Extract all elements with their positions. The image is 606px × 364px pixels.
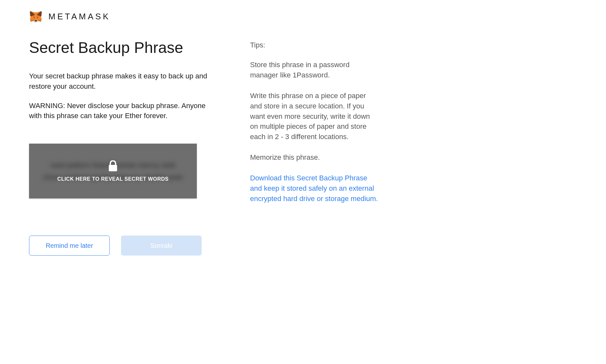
main-column: Secret Backup Phrase Your secret backup … xyxy=(29,39,215,256)
button-row: Remind me later Sonraki xyxy=(29,236,215,256)
reveal-seed-phrase-box[interactable]: seat pattern lizard human mercy web clov… xyxy=(29,144,197,198)
tips-column: Tips: Store this phrase in a password ma… xyxy=(250,39,379,256)
tip-item: Memorize this phrase. xyxy=(250,152,379,163)
reveal-label: CLICK HERE TO REVEAL SECRET WORDS xyxy=(57,176,169,182)
warning-text: WARNING: Never disclose your backup phra… xyxy=(29,101,215,121)
tips-heading: Tips: xyxy=(250,41,379,49)
svg-rect-29 xyxy=(109,165,117,171)
svg-marker-23 xyxy=(35,20,37,22)
app-header: METAMASK xyxy=(29,10,577,23)
metamask-logo-icon xyxy=(29,10,43,23)
lock-icon xyxy=(108,160,117,172)
reveal-overlay: CLICK HERE TO REVEAL SECRET WORDS xyxy=(57,160,169,182)
description-text: Your secret backup phrase makes it easy … xyxy=(29,71,215,92)
tip-item: Store this phrase in a password manager … xyxy=(250,60,379,80)
download-seed-link[interactable]: Download this Secret Backup Phrase and k… xyxy=(250,173,379,204)
content-area: Secret Backup Phrase Your secret backup … xyxy=(29,39,416,256)
next-button[interactable]: Sonraki xyxy=(121,236,202,256)
page-title: Secret Backup Phrase xyxy=(29,39,215,56)
tip-item: Write this phrase on a piece of paper an… xyxy=(250,91,379,142)
brand-name: METAMASK xyxy=(48,12,110,22)
remind-later-button[interactable]: Remind me later xyxy=(29,236,110,256)
